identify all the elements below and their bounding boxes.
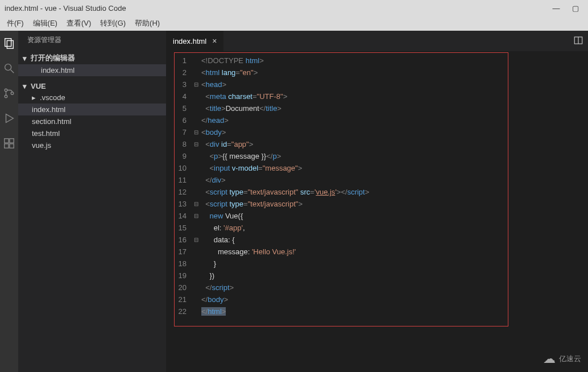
editor-actions [569,31,588,51]
tab-indexhtml[interactable]: index.html × [166,31,223,51]
tab-label: index.html [173,37,206,46]
open-editors-section[interactable]: ▾打开的编辑器 [18,52,166,64]
open-editor-item[interactable]: index.html [18,64,166,76]
explorer-icon[interactable] [1,35,17,51]
menu-view[interactable]: 查看(V) [62,17,96,30]
project-name: VUE [31,82,46,90]
file-vuejs[interactable]: vue.js [18,139,166,151]
minimize-button[interactable]: — [548,2,564,14]
code-editor[interactable]: 12345678910111213141516171819202122 ⊟⊟⊟⊟… [166,51,588,372]
watermark: ☁ 亿速云 [543,352,581,366]
extensions-icon[interactable] [1,135,17,151]
svg-marker-7 [6,114,14,123]
svg-rect-0 [5,39,11,47]
activity-bar [0,31,18,372]
main-area: 资源管理器 ▾打开的编辑器 index.html ▾VUE ▸.vscode i… [0,31,588,372]
svg-point-6 [11,92,14,95]
split-editor-icon[interactable] [573,35,583,47]
svg-line-3 [11,70,14,73]
svg-rect-10 [5,144,9,148]
window-controls: — ▢ [548,2,583,14]
project-section[interactable]: ▾VUE [18,81,166,92]
debug-icon[interactable] [1,110,17,126]
menu-help[interactable]: 帮助(H) [130,17,164,30]
fold-column: ⊟⊟⊟⊟⊟⊟ [191,55,201,317]
sidebar-header: 资源管理器 [18,31,166,49]
folder-vscode[interactable]: ▸.vscode [18,92,166,104]
code-content[interactable]: <!DOCTYPE html> <html lang="en"> <head> … [201,55,586,317]
menu-goto[interactable]: 转到(G) [96,17,130,30]
svg-rect-1 [7,40,13,48]
line-numbers: 12345678910111213141516171819202122 [168,55,191,317]
svg-rect-11 [10,144,14,148]
vscode-window: index.html - vue - Visual Studio Code — … [0,0,588,372]
tab-bar: index.html × [166,31,588,51]
window-title: index.html - vue - Visual Studio Code [5,4,126,13]
maximize-button[interactable]: ▢ [568,2,583,14]
file-testhtml[interactable]: test.html [18,127,166,139]
menu-bar: 件(F) 编辑(E) 查看(V) 转到(G) 帮助(H) [0,16,588,31]
file-sectionhtml[interactable]: section.html [18,115,166,127]
open-editors-label: 打开的编辑器 [31,53,75,63]
svg-rect-9 [10,139,14,143]
svg-rect-8 [5,139,9,143]
cloud-icon: ☁ [543,352,556,366]
editor-area: index.html × 123456789101112131415161718… [166,31,588,372]
search-icon[interactable] [1,60,17,76]
svg-point-5 [5,95,7,98]
watermark-text: 亿速云 [559,354,581,364]
menu-file[interactable]: 件(F) [2,17,28,30]
svg-point-4 [5,89,7,92]
menu-edit[interactable]: 编辑(E) [28,17,62,30]
source-control-icon[interactable] [1,85,17,101]
title-bar: index.html - vue - Visual Studio Code — … [0,0,588,16]
file-indexhtml[interactable]: index.html [18,104,166,115]
svg-point-2 [5,64,11,71]
close-icon[interactable]: × [212,36,217,46]
explorer-sidebar: 资源管理器 ▾打开的编辑器 index.html ▾VUE ▸.vscode i… [18,31,166,372]
